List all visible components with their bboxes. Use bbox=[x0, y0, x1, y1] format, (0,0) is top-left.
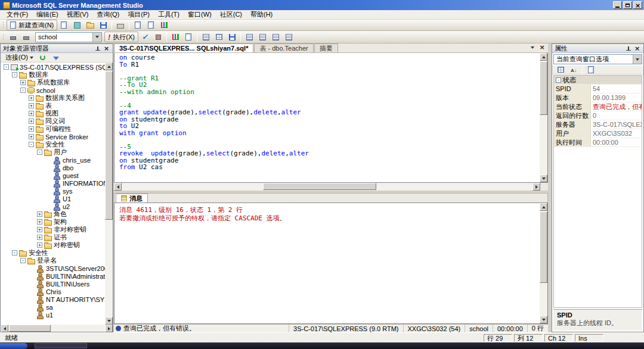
tab-messages[interactable]: 消息 bbox=[116, 194, 148, 202]
menu-item-5[interactable]: 工具(T) bbox=[154, 10, 184, 20]
tree-toggle[interactable]: - bbox=[20, 258, 26, 263]
tree-item[interactable]: guest bbox=[1, 172, 105, 179]
tree-item[interactable]: +角色 bbox=[1, 210, 105, 218]
taskbar-button-fragment[interactable] bbox=[35, 343, 87, 348]
editor-vertical-scrollbar[interactable] bbox=[540, 53, 547, 182]
tree-toggle[interactable]: - bbox=[20, 88, 26, 93]
toolbar-grip[interactable] bbox=[2, 33, 4, 41]
tree-toggle[interactable]: + bbox=[37, 227, 42, 232]
close-button[interactable] bbox=[633, 1, 642, 9]
tree-item[interactable]: -安全性 bbox=[1, 141, 105, 148]
connect-button[interactable]: 连接(O) bbox=[2, 52, 36, 63]
menu-item-1[interactable]: 编辑(E) bbox=[32, 10, 63, 20]
tree-toggle[interactable]: + bbox=[29, 103, 34, 108]
property-row[interactable]: 版本09.00.1399 bbox=[554, 94, 642, 102]
scroll-down-icon[interactable] bbox=[540, 174, 547, 182]
show-estimated-plan-icon[interactable] bbox=[169, 32, 182, 42]
new-query-button[interactable]: 新建查询(N) bbox=[7, 20, 57, 30]
tree-item[interactable]: +系统数据库 bbox=[1, 79, 105, 86]
tree-toggle[interactable]: + bbox=[29, 119, 34, 124]
save-icon[interactable] bbox=[97, 20, 110, 30]
source-control-add-icon[interactable] bbox=[131, 20, 144, 30]
category-toggle[interactable]: - bbox=[556, 77, 561, 83]
scrollbar-thumb[interactable] bbox=[9, 325, 51, 332]
execute-button[interactable]: 执行(X) bbox=[104, 32, 138, 42]
tree-item[interactable]: u2 bbox=[1, 202, 105, 210]
tree-item[interactable]: -登录名 bbox=[1, 257, 105, 264]
scrollbar-thumb[interactable] bbox=[263, 183, 376, 190]
tree-toggle[interactable]: + bbox=[37, 242, 42, 248]
change-connection-icon[interactable] bbox=[20, 32, 33, 42]
tab-list-dropdown-icon[interactable] bbox=[528, 43, 537, 51]
tree-toggle[interactable]: + bbox=[29, 134, 34, 139]
scrollbar-thumb[interactable] bbox=[540, 211, 547, 283]
menu-item-6[interactable]: 窗口(W) bbox=[184, 10, 216, 20]
tree-item[interactable]: sa bbox=[1, 303, 105, 311]
tree-toggle[interactable]: + bbox=[37, 235, 42, 240]
comment-selection-icon[interactable] bbox=[243, 32, 256, 42]
tree-item[interactable]: u1 bbox=[1, 311, 105, 319]
menu-item-4[interactable]: 项目(P) bbox=[123, 10, 154, 20]
alphabetical-icon[interactable] bbox=[567, 64, 580, 75]
decrease-indent-icon[interactable] bbox=[269, 32, 282, 42]
tree-toggle[interactable]: + bbox=[37, 219, 42, 225]
tree-toggle[interactable]: + bbox=[29, 126, 34, 132]
scroll-up-icon[interactable] bbox=[105, 63, 113, 70]
properties-header[interactable]: 属性 bbox=[552, 44, 643, 53]
database-engine-query-icon[interactable] bbox=[57, 20, 70, 30]
tree-toggle[interactable]: - bbox=[37, 149, 42, 155]
results-to-grid-icon[interactable] bbox=[212, 32, 225, 42]
menu-item-8[interactable]: 帮助(H) bbox=[246, 10, 277, 20]
tree-item[interactable]: +数据库关系图 bbox=[1, 94, 105, 102]
scrollbar-thumb[interactable] bbox=[540, 61, 547, 115]
editor-tab[interactable]: 3S-C-017\SQLEXPRES... SQLshiyan7.sql* bbox=[114, 43, 253, 52]
menu-item-2[interactable]: 视图(V) bbox=[63, 10, 93, 20]
uncomment-selection-icon[interactable] bbox=[256, 32, 269, 42]
source-control-checkout-icon[interactable] bbox=[144, 20, 157, 30]
scroll-left-icon[interactable] bbox=[114, 183, 122, 191]
property-category[interactable]: -状态 bbox=[554, 76, 642, 85]
print-icon[interactable] bbox=[114, 20, 127, 30]
increase-indent-icon[interactable] bbox=[282, 32, 295, 42]
menu-item-0[interactable]: 文件(F) bbox=[2, 10, 32, 20]
tree-item[interactable]: NT AUTHORITY\SYSTEM bbox=[1, 295, 105, 303]
sql-editor[interactable]: on courseTo R1--grant R1--To U2--with ad… bbox=[114, 53, 548, 183]
scroll-up-icon[interactable] bbox=[540, 53, 547, 61]
tree-item[interactable]: BUILTIN\Administrators bbox=[1, 272, 105, 280]
scroll-up-icon[interactable] bbox=[540, 203, 547, 211]
activity-monitor-icon[interactable] bbox=[157, 20, 171, 30]
maximize-button[interactable] bbox=[623, 1, 632, 9]
connect-icon[interactable] bbox=[7, 32, 20, 42]
property-pages-icon[interactable] bbox=[584, 64, 597, 75]
property-row[interactable]: 当前状态查询已完成，但有错误 bbox=[554, 102, 642, 111]
tree-item[interactable]: dbo bbox=[1, 164, 105, 172]
property-row[interactable]: 用户XXGC\3S032 bbox=[554, 129, 642, 138]
parse-button[interactable] bbox=[138, 32, 151, 42]
close-icon[interactable] bbox=[633, 45, 641, 52]
tree-horizontal-scrollbar[interactable] bbox=[1, 325, 113, 332]
tree-item[interactable]: +证书 bbox=[1, 233, 105, 241]
tree-item[interactable]: U1 bbox=[1, 195, 105, 202]
tree-item[interactable]: chris_use bbox=[1, 156, 105, 164]
tree-toggle[interactable]: + bbox=[20, 80, 26, 85]
scroll-right-icon[interactable] bbox=[532, 183, 540, 191]
editor-horizontal-scrollbar[interactable] bbox=[114, 183, 540, 191]
close-document-icon[interactable] bbox=[538, 43, 546, 51]
stop-button[interactable] bbox=[151, 32, 165, 42]
tree-item[interactable]: Chris bbox=[1, 288, 105, 295]
tree-item[interactable]: sys bbox=[1, 187, 105, 195]
property-row[interactable]: 返回的行数0 bbox=[554, 111, 642, 120]
property-row[interactable]: 服务器3S-C-017\SQLEXPR bbox=[554, 120, 642, 129]
tree-toggle[interactable]: - bbox=[12, 250, 17, 255]
scrollbar-thumb[interactable] bbox=[105, 71, 113, 220]
messages-pane[interactable]: 消息 4611，级别 16，状态 1，第 2 行若要撤消或拒绝可授予的特权，请指… bbox=[114, 202, 548, 324]
tree-item[interactable]: +架构 bbox=[1, 218, 105, 226]
chevron-down-icon[interactable] bbox=[633, 55, 642, 64]
title-bar[interactable]: Microsoft SQL Server Management Studio bbox=[0, 0, 644, 10]
tree-item[interactable]: 3STU\SQLServer2005MSSQL bbox=[1, 264, 105, 272]
tree-item[interactable]: INFORMATION_SCHE bbox=[1, 179, 105, 187]
open-file-icon[interactable] bbox=[83, 20, 97, 30]
categorized-icon[interactable] bbox=[554, 64, 567, 75]
menu-item-3[interactable]: 查询(Q) bbox=[92, 10, 123, 20]
scroll-right-icon[interactable] bbox=[105, 325, 113, 332]
